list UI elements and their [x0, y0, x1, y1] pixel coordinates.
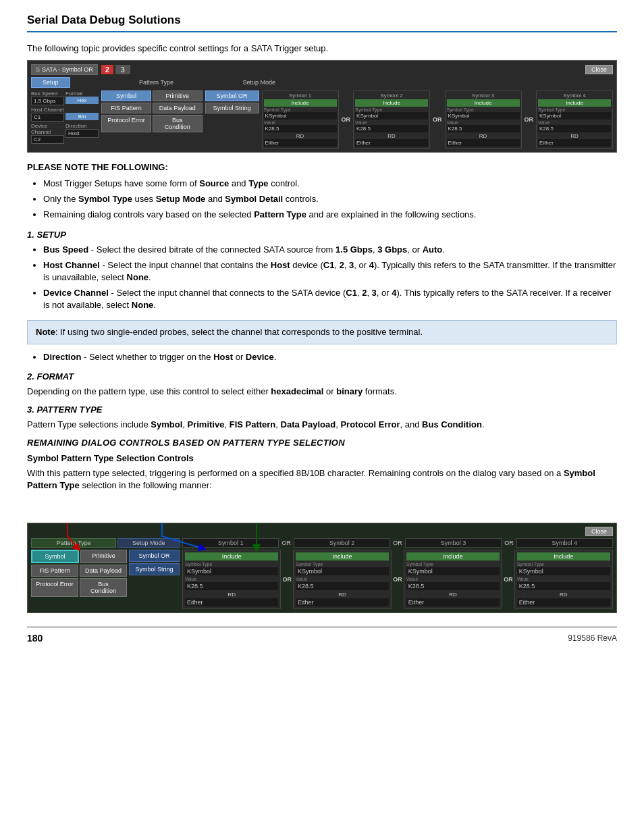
bottom-sym1-either[interactable]: Either — [185, 598, 278, 606]
top-ui-tab1-label: SATA - Symbol OR — [42, 66, 93, 73]
bottom-sym2-value[interactable]: K28.5 — [296, 582, 389, 590]
section-1-list: Bus Speed - Select the desired bitrate o… — [43, 244, 617, 312]
bottom-symbol4-header: Symbol 4 — [516, 538, 613, 548]
data-payload-btn[interactable]: Data Payload — [153, 103, 203, 113]
symbol-1-include[interactable]: Include — [264, 99, 337, 107]
symbol-3-col: Symbol 3 Include Symbol Type KSymbol Val… — [445, 90, 522, 149]
symbol-3-include[interactable]: Include — [447, 99, 520, 107]
bottom-sym1-value[interactable]: K28.5 — [185, 582, 278, 590]
format-label: Format — [65, 90, 99, 97]
setup-mode-header: Setup Mode — [243, 79, 276, 86]
setup-tab[interactable]: Setup — [31, 77, 70, 88]
symbol-4-value[interactable]: K28.5 — [538, 125, 611, 132]
bottom-fis-btn[interactable]: FIS Pattern — [31, 565, 78, 577]
bottom-symbol-btn[interactable]: Symbol — [31, 550, 79, 563]
symbol-columns: Symbol 1 Include Symbol Type KSymbol Val… — [262, 90, 613, 149]
close-button-top[interactable]: Close — [585, 65, 613, 74]
bottom-symbol-or-btn[interactable]: Symbol OR — [129, 550, 180, 562]
bottom-sym3-value[interactable]: K28.5 — [406, 582, 500, 590]
symbol-1-either[interactable]: Either — [264, 139, 337, 147]
symbol-3-either[interactable]: Either — [447, 139, 520, 147]
section-3-heading: 3. Pattern Type — [27, 405, 617, 415]
bottom-sym2-type[interactable]: KSymbol — [296, 567, 389, 575]
doc-ref: 919586 RevA — [568, 633, 617, 643]
bottom-pattern-type-header: Pattern Type — [31, 538, 116, 548]
symbol-2-value[interactable]: K28.5 — [355, 125, 428, 132]
bottom-sym3-include[interactable]: Include — [406, 552, 500, 561]
format-hex-btn[interactable]: Hex — [65, 97, 99, 104]
bottom-sym1-include[interactable]: Include — [185, 552, 278, 561]
bus-speed-value[interactable]: 1.5 Gbps — [31, 97, 64, 105]
bottom-or-label-1: OR — [282, 550, 292, 609]
section-3-text: Pattern Type selections include Symbol, … — [27, 419, 617, 431]
page-title: Serial Data Debug Solutions — [27, 14, 617, 27]
bus-speed-label: Bus Speed — [31, 90, 64, 97]
bottom-sym2-include[interactable]: Include — [296, 552, 389, 561]
bottom-protocol-error-btn[interactable]: Protocol Error — [31, 578, 78, 597]
symbol-2-include[interactable]: Include — [355, 99, 428, 107]
bottom-sym4-include[interactable]: Include — [517, 552, 610, 561]
symbol-2-either[interactable]: Either — [355, 139, 428, 147]
bottom-sym4-value[interactable]: K28.5 — [517, 582, 610, 590]
bottom-symbol-3: Include Symbol Type KSymbol Value K28.5 … — [404, 550, 502, 609]
bottom-data-payload-btn[interactable]: Data Payload — [80, 565, 127, 577]
symbol-4-include[interactable]: Include — [538, 99, 611, 107]
bottom-close-btn[interactable]: Close — [585, 527, 613, 536]
direction-value[interactable]: Host — [65, 129, 99, 138]
bottom-sym3-either[interactable]: Either — [406, 598, 500, 606]
note-box: Note: If using two single-ended probes, … — [27, 320, 617, 344]
or-sep-1: OR — [340, 90, 352, 149]
or-sep-2: OR — [431, 90, 444, 149]
section-1-direction-list: Direction - Select whether to trigger on… — [43, 351, 617, 363]
symbol-pattern-text: With this pattern type selected, trigger… — [27, 467, 617, 492]
bottom-symbol-cols: Include Symbol Type KSymbol Value K28.5 … — [182, 550, 613, 609]
symbol-2-type[interactable]: KSymbol — [355, 112, 428, 120]
symbol-2-rd: RD — [355, 133, 428, 139]
please-note-item-3: Remaining dialog controls vary based on … — [43, 209, 617, 221]
bottom-sym4-type[interactable]: KSymbol — [517, 567, 610, 575]
please-note-item-2: Only the Symbol Type uses Setup Mode and… — [43, 193, 617, 205]
symbol-4-either[interactable]: Either — [538, 139, 611, 147]
bottom-sym3-type[interactable]: KSymbol — [406, 567, 500, 575]
symbol-1-value[interactable]: K28.5 — [264, 125, 337, 132]
protocol-error-btn[interactable]: Protocol Error — [101, 115, 151, 132]
page-header: Serial Data Debug Solutions — [27, 14, 617, 32]
symbol-btn[interactable]: Symbol — [101, 90, 151, 101]
bottom-or-label-2: OR — [393, 550, 402, 609]
section-1-heading: 1. Setup — [27, 230, 617, 240]
bottom-sym2-either[interactable]: Either — [296, 598, 389, 606]
symbol-2-col: Symbol 2 Include Symbol Type KSymbol Val… — [353, 90, 430, 149]
bottom-or-2: OR — [392, 538, 404, 548]
symbol-1-title: Symbol 1 — [264, 93, 337, 99]
bottom-primitive-btn[interactable]: Primitive — [80, 550, 127, 563]
format-bin-btn[interactable]: Bin — [65, 113, 99, 120]
ui-tab-num-2: 2 — [101, 65, 113, 74]
device-channel-value[interactable]: C2 — [31, 135, 64, 144]
symbol-1-type[interactable]: KSymbol — [264, 112, 337, 120]
bus-condition-btn[interactable]: Bus Condition — [153, 115, 203, 132]
host-channel-value[interactable]: C1 — [31, 113, 64, 122]
setup-host-channel: Host Channel - Select the input channel … — [43, 259, 617, 284]
symbol-3-type[interactable]: KSymbol — [447, 112, 520, 120]
fis-pattern-btn[interactable]: FIS Pattern — [101, 103, 151, 113]
symbol-or-btn[interactable]: Symbol OR — [205, 90, 259, 101]
device-channel-label: Device Channel — [31, 123, 64, 135]
symbol-3-rd: RD — [447, 133, 520, 139]
bottom-pattern-btns: Symbol Primitive FIS Pattern Data Payloa… — [31, 550, 127, 609]
bottom-sym1-type[interactable]: KSymbol — [185, 567, 278, 575]
bottom-or-1: OR — [280, 538, 292, 548]
page-footer: 180 919586 RevA — [27, 627, 617, 644]
top-ui-panel-wrapper: S SATA - Symbol OR 2 3 Close Setup Patte… — [27, 60, 617, 153]
symbol-string-btn[interactable]: Symbol String — [205, 103, 259, 113]
symbol-4-type[interactable]: KSymbol — [538, 112, 611, 120]
symbol-3-value[interactable]: K28.5 — [447, 125, 520, 132]
primitive-btn[interactable]: Primitive — [153, 90, 203, 101]
remaining-dialog-heading: Remaining Dialog Controls Based on Patte… — [27, 438, 617, 448]
bottom-bus-condition-btn[interactable]: Bus Condition — [80, 578, 127, 597]
bottom-sym4-either[interactable]: Either — [517, 598, 610, 606]
bottom-symbol-1: Include Symbol Type KSymbol Value K28.5 … — [182, 550, 281, 609]
ui-tab-sata[interactable]: S SATA - Symbol OR — [31, 64, 98, 75]
setup-mode-buttons: Symbol OR Symbol String — [205, 90, 259, 149]
bottom-symbol-string-btn[interactable]: Symbol String — [129, 563, 180, 575]
page-number: 180 — [27, 633, 43, 644]
